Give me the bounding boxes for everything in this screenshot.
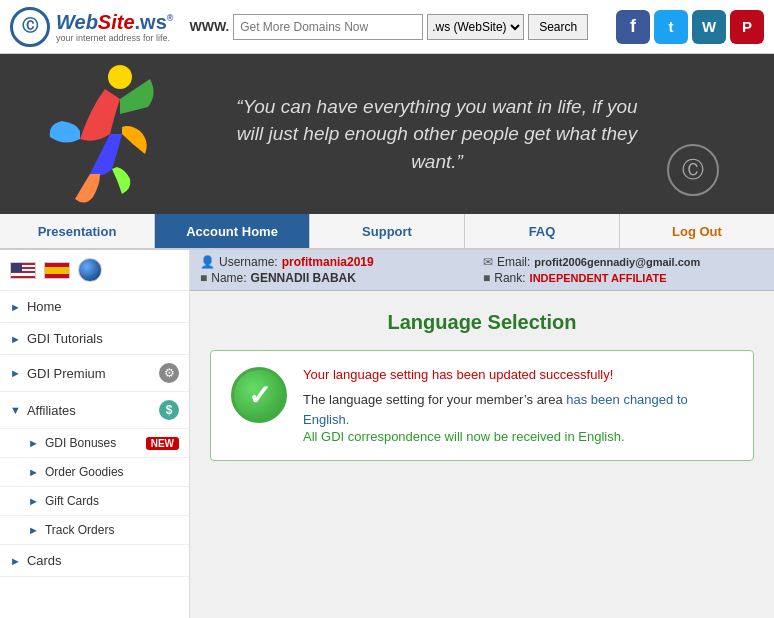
rank-value: INDEPENDENT AFFILIATE [530,272,667,284]
twitter-icon[interactable]: t [654,10,688,44]
sidebar-item-label: Home [27,299,62,314]
arrow-icon: ► [10,555,21,567]
list-item: ► Gift Cards [0,487,189,516]
sidebar-item-gdi-premium[interactable]: ► GDI Premium ⚙ [0,355,189,391]
logo-reg: ® [167,13,174,23]
sidebar-item-label: Affiliates [27,403,76,418]
list-item: ► Home [0,291,189,323]
sidebar-item-affiliates[interactable]: ▼ Affiliates $ [0,392,189,428]
success-line2: The language setting for your member’s a… [303,390,733,429]
content-body: Language Selection ✓ Your language setti… [190,291,774,481]
username-row: 👤 Username: profitmania2019 [200,255,481,269]
content-area: 👤 Username: profitmania2019 ✉ Email: pro… [190,250,774,618]
banner-figure [20,59,175,214]
email-icon: ✉ [483,255,493,269]
banner-quote: “You can have everything you want in lif… [222,93,652,176]
logo-site: Site [98,11,135,33]
sidebar-item-gdi-tutorials[interactable]: ► GDI Tutorials [0,323,189,354]
list-item: ► Order Goodies [0,458,189,487]
email-label: Email: [497,255,530,269]
banner-logo: Ⓒ [667,144,719,196]
success-line3: All GDI correspondence will now be recei… [303,429,733,444]
list-item: ► GDI Tutorials [0,323,189,355]
nav-presentation[interactable]: Presentation [0,214,155,248]
www-label: WWW. [189,19,229,34]
arrow-icon: ► [28,466,39,478]
banner-logo-symbol: Ⓒ [682,155,704,185]
list-item: ▼ Affiliates $ [0,392,189,429]
sidebar-menu: ► Home ► GDI Tutorials ► GDI Premium ⚙ [0,291,189,577]
arrow-icon: ▼ [10,404,21,416]
logo-tagline: your internet address for life. [56,33,173,43]
nav-logout[interactable]: Log Out [620,214,774,248]
main-layout: ► Home ► GDI Tutorials ► GDI Premium ⚙ [0,250,774,618]
sidebar-item-track-orders[interactable]: ► Track Orders [0,516,189,544]
gear-icon: ⚙ [159,363,179,383]
username-icon: 👤 [200,255,215,269]
arrow-icon: ► [28,495,39,507]
rank-label: Rank: [494,271,525,285]
email-row: ✉ Email: profit2006gennadiy@gmail.com [483,255,764,269]
sidebar-item-label: Gift Cards [45,494,99,508]
sidebar-item-gift-cards[interactable]: ► Gift Cards [0,487,189,515]
name-label: Name: [211,271,246,285]
sidebar-item-gdi-bonuses[interactable]: ► GDI Bonuses NEW [0,429,189,457]
nav-account-home[interactable]: Account Home [155,214,310,248]
flag-es[interactable] [44,262,70,279]
pinterest-icon[interactable]: P [730,10,764,44]
nav-support[interactable]: Support [310,214,465,248]
email-value: profit2006gennadiy@gmail.com [534,256,700,268]
list-item: ► GDI Bonuses NEW [0,429,189,458]
sidebar: ► Home ► GDI Tutorials ► GDI Premium ⚙ [0,250,190,618]
svg-point-0 [108,65,132,89]
checkmark-symbol: ✓ [248,379,271,412]
flag-globe[interactable] [78,258,102,282]
sidebar-item-order-goodies[interactable]: ► Order Goodies [0,458,189,486]
language-flags [0,250,189,291]
nav-faq[interactable]: FAQ [465,214,620,248]
new-badge: NEW [146,437,179,450]
logo-area: Ⓒ WebSite.ws® your internet address for … [10,7,173,47]
logo-web: Web [56,11,98,33]
success-box: ✓ Your language setting has been updated… [210,350,754,461]
social-icons: f t W P [616,10,764,44]
flag-us[interactable] [10,262,36,279]
domain-input[interactable] [233,14,423,40]
username-label: Username: [219,255,278,269]
sidebar-item-home[interactable]: ► Home [0,291,189,322]
rank-row: ■ Rank: INDEPENDENT AFFILIATE [483,271,764,285]
logo-circle: Ⓒ [10,7,50,47]
sidebar-item-label: Track Orders [45,523,115,537]
check-circle-icon: ✓ [231,367,287,423]
logo-text-area: WebSite.ws® your internet address for li… [56,11,173,43]
user-info-bar: 👤 Username: profitmania2019 ✉ Email: pro… [190,250,774,291]
nav-bar: Presentation Account Home Support FAQ Lo… [0,214,774,250]
list-item: ► GDI Premium ⚙ [0,355,189,392]
header: Ⓒ WebSite.ws® your internet address for … [0,0,774,54]
search-area: WWW. .ws (WebSite) Search [189,14,606,40]
name-icon: ■ [200,271,207,285]
search-button[interactable]: Search [528,14,588,40]
rank-icon: ■ [483,271,490,285]
success-text-part1: The language setting for your member’s a… [303,392,566,407]
dollar-icon: $ [159,400,179,420]
arrow-icon: ► [28,524,39,536]
arrow-icon: ► [10,333,21,345]
section-title: Language Selection [210,311,754,334]
sidebar-item-cards[interactable]: ► Cards [0,545,189,576]
logo-name: WebSite.ws® [56,11,173,33]
domain-select[interactable]: .ws (WebSite) [427,14,524,40]
list-item: ► Cards [0,545,189,577]
sidebar-item-label: GDI Tutorials [27,331,103,346]
wordpress-icon[interactable]: W [692,10,726,44]
name-row: ■ Name: GENNADII BABAK [200,271,481,285]
username-value: profitmania2019 [282,255,374,269]
arrow-icon: ► [10,367,21,379]
banner: “You can have everything you want in lif… [0,54,774,214]
sidebar-item-label: GDI Bonuses [45,436,116,450]
success-message: Your language setting has been updated s… [303,367,733,444]
facebook-icon[interactable]: f [616,10,650,44]
success-line1: Your language setting has been updated s… [303,367,733,382]
arrow-icon: ► [10,301,21,313]
logo-circle-symbol: Ⓒ [22,16,38,37]
